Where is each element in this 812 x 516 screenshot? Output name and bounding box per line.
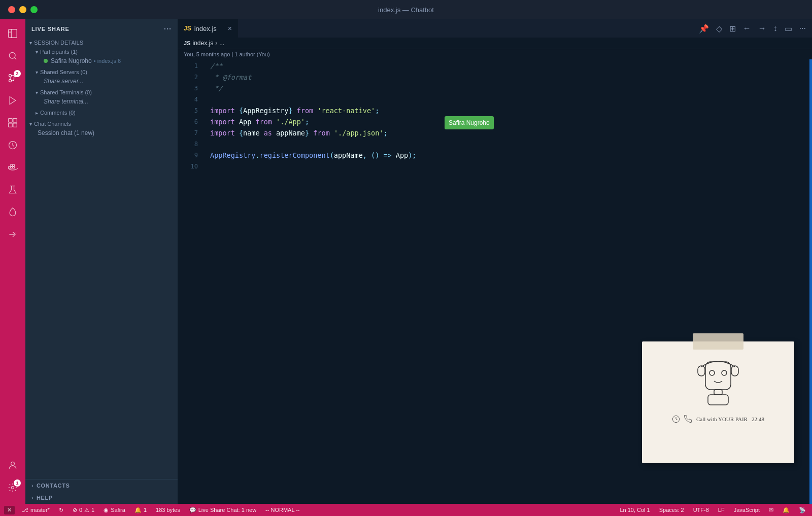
warning-icon: ⚠ [84,507,89,513]
branch-item[interactable]: ⎇ master* [20,507,52,513]
go-forward-icon[interactable]: → [756,22,768,35]
svg-rect-24 [708,395,728,405]
comments-label: Comments (0) [40,110,76,116]
participants-header[interactable]: ▾ Participants (1) [25,47,178,56]
share-server-item[interactable]: Share server... [25,77,178,86]
source-control-icon[interactable]: 2 [3,68,23,88]
more-actions-icon[interactable]: ··· [797,22,808,35]
activity-bar: 2 1 [0,19,25,504]
breadcrumb-file-icon: JS [184,40,190,46]
svg-rect-13 [11,164,12,166]
liveshare-icon[interactable] [3,224,23,245]
source-control-badge: 2 [14,70,21,77]
session-chat-item[interactable]: Session chat (1 new) [25,128,178,137]
bell-icon-item[interactable]: 🔔 [781,507,792,513]
leaf-icon[interactable] [3,202,23,222]
run-debug-icon[interactable] [3,90,23,111]
line-ending-item[interactable]: LF [716,507,727,513]
go-back-icon[interactable]: ← [741,22,753,35]
illustration-footer: Call with YOUR PAIR 22:48 [672,414,764,425]
file-size-item[interactable]: 183 bytes [154,507,182,513]
split-right-icon[interactable]: ▭ [783,22,794,36]
chat-channels-section: ▾ Chat Channels Session chat (1 new) [25,119,178,137]
breadcrumb-more[interactable]: ... [219,40,224,47]
code-editor[interactable]: 1 2 3 4 5 6 7 8 9 10 /** * @format */ im… [178,59,812,504]
editor-area: JS index.js × 📌 ◇ ⊞ ← → ↕ ▭ ··· JS index… [178,19,812,504]
right-border-accent [809,59,812,504]
chevron-right-icon: ▸ [36,110,38,116]
settings-icon[interactable]: 1 [3,477,23,498]
cursor-position: Ln 10, Col 1 [620,507,650,513]
svg-rect-21 [698,366,705,376]
vim-mode-text: -- NORMAL -- [265,507,299,513]
tab-bar-actions: 📌 ◇ ⊞ ← → ↕ ▭ ··· [697,22,812,36]
flask-icon[interactable] [3,180,23,200]
tape [693,333,743,350]
sync-item[interactable]: ↻ [57,507,65,513]
chevron-down-icon: ▾ [36,49,38,55]
extensions-icon[interactable] [3,113,23,133]
user-icon: ◉ [104,507,109,513]
svg-point-20 [722,370,727,375]
session-details-header[interactable]: ▾ SESSION DETAILS [25,38,178,47]
title-bar: index.js — Chatbot [0,0,812,19]
share-terminal-item[interactable]: Share terminal... [25,97,178,106]
tab-close-button[interactable]: × [228,24,232,32]
pin-icon[interactable]: 📌 [697,22,711,36]
docker-icon[interactable] [3,157,23,178]
files-icon[interactable] [3,23,23,44]
comments-header[interactable]: ▸ Comments (0) [25,108,178,117]
chat-channels-header[interactable]: ▾ Chat Channels [25,119,178,128]
close-session-button[interactable]: ✕ [4,506,15,514]
close-button[interactable] [8,6,15,13]
cursor-position-item[interactable]: Ln 10, Col 1 [618,507,652,513]
activity-bar-bottom: 1 [3,455,23,504]
search-icon[interactable] [3,46,23,66]
participant-safira[interactable]: Safira Nugroho • index.js:6 [25,56,178,65]
git-blame: You, 5 months ago | 1 author (You) [178,49,812,59]
user-item[interactable]: ◉ Safira [101,507,127,513]
svg-rect-7 [13,119,17,123]
language-item[interactable]: JavaScript [732,507,762,513]
shared-terminals-header[interactable]: ▾ Shared Terminals (0) [25,88,178,97]
tab-index-js[interactable]: JS index.js × [178,19,239,38]
sidebar-header-icons: ··· [164,24,172,33]
chevron-right-icon: ▾ [36,90,38,95]
svg-marker-5 [10,97,16,105]
spaces-item[interactable]: Spaces: 2 [657,507,686,513]
split-editor-icon[interactable]: ◇ [714,22,724,36]
bell-icon: 🔔 [783,507,790,513]
minimize-button[interactable] [19,6,26,13]
illustration-paper: Call with YOUR PAIR 22:48 [642,341,794,463]
branch-name: master* [30,507,50,513]
code-line-7: import {name as appName} from './app.jso… [210,127,809,139]
feedback-icon-item[interactable]: ✉ [767,507,775,513]
breadcrumb-file[interactable]: index.js [192,40,213,47]
online-indicator [44,59,48,63]
encoding-item[interactable]: UTF-8 [691,507,711,513]
chevron-right-icon: › [31,495,33,501]
svg-rect-22 [731,366,738,376]
traffic-lights [8,6,38,13]
help-item[interactable]: › HELP [25,492,178,504]
svg-rect-0 [9,29,17,38]
encoding-label: UTF-8 [693,507,709,513]
shared-terminals-section: ▾ Shared Terminals (0) Share terminal... [25,88,178,106]
notification-item[interactable]: 🔔 1 [132,507,149,513]
liveshare-status-item[interactable]: 💬 Live Share Chat: 1 new [187,507,258,513]
maximize-button[interactable] [30,6,38,13]
broadcast-icon-item[interactable]: 📡 [797,507,808,513]
timer-icon[interactable] [3,135,23,155]
contacts-item[interactable]: › CONTACTS [25,479,178,492]
errors-item[interactable]: ⊘ 0 ⚠ 1 [71,507,96,513]
more-icon[interactable]: ··· [164,24,172,33]
svg-point-1 [9,52,15,58]
account-icon[interactable] [3,455,23,475]
code-content[interactable]: /** * @format */ import {AppRegistry} fr… [202,59,809,504]
svg-point-4 [9,80,12,82]
contacts-label: CONTACTS [37,483,70,489]
shared-servers-header[interactable]: ▾ Shared Servers (0) [25,67,178,77]
layout-icon[interactable]: ⊞ [727,22,738,36]
open-changes-icon[interactable]: ↕ [771,22,780,35]
svg-rect-12 [11,166,12,168]
